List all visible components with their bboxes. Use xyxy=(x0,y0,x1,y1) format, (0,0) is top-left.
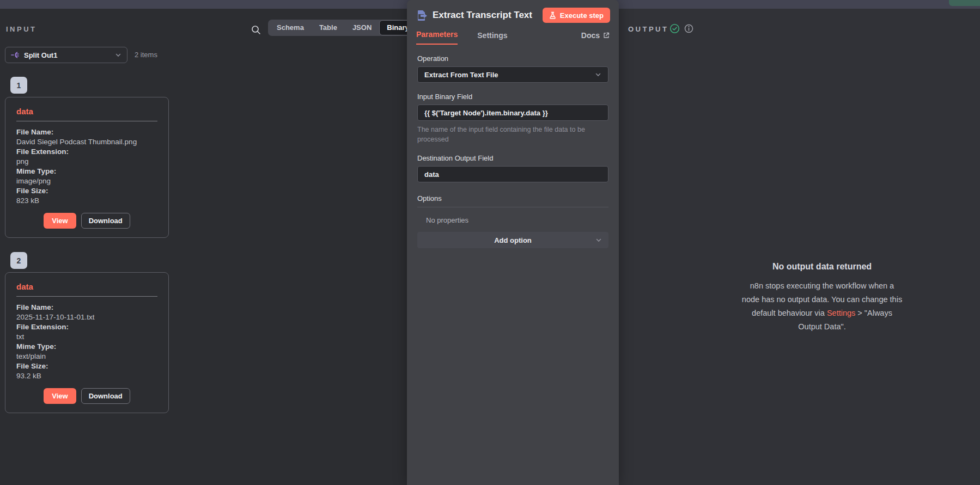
input-source-label: Split Out1 xyxy=(24,51,57,59)
output-panel xyxy=(619,9,980,485)
input-source-select[interactable]: Split Out1 xyxy=(5,47,127,63)
tab-json[interactable]: JSON xyxy=(345,20,379,35)
tab-settings[interactable]: Settings xyxy=(477,31,507,45)
file-meta-value: text/plain xyxy=(16,352,157,361)
file-meta-label: File Size: xyxy=(16,186,157,196)
node-settings-panel: Extract Transcript Text Execute step Par… xyxy=(407,0,619,485)
empty-state-title: No output data returned xyxy=(740,262,904,272)
file-meta-value: txt xyxy=(16,332,157,342)
destination-output-field-input[interactable]: data xyxy=(417,166,608,182)
view-button[interactable]: View xyxy=(44,388,76,404)
operation-select[interactable]: Extract From Text File xyxy=(417,66,608,83)
file-meta-label: Mime Type: xyxy=(16,342,157,352)
add-option-select[interactable]: Add option xyxy=(417,232,608,248)
destination-output-field-value: data xyxy=(424,170,439,179)
file-meta-label: File Extension: xyxy=(16,322,157,332)
view-button[interactable]: View xyxy=(44,213,76,229)
input-binary-field-label: Input Binary Field xyxy=(417,93,608,101)
tab-parameters[interactable]: Parameters xyxy=(416,30,458,45)
flask-icon xyxy=(549,11,556,19)
split-out-node-icon xyxy=(11,51,20,59)
divider xyxy=(16,121,157,121)
file-meta-value: png xyxy=(16,157,157,167)
ndv-modal: INPUT Split Out1 2 items Schema Table JS… xyxy=(0,0,980,485)
chevron-down-icon xyxy=(115,52,121,58)
binary-data-card: data File Name: 2025-11-17-10-11-01.txt … xyxy=(5,272,169,413)
add-option-label: Add option xyxy=(494,236,532,244)
chevron-down-icon xyxy=(595,71,601,78)
file-meta-value: image/png xyxy=(16,176,157,186)
settings-link[interactable]: Settings xyxy=(827,309,855,317)
data-view-tabs: Schema Table JSON Binary xyxy=(268,20,418,36)
node-title[interactable]: Extract Transcript Text xyxy=(433,10,532,21)
file-meta-label: File Size: xyxy=(16,361,157,371)
file-meta-label: Mime Type: xyxy=(16,167,157,176)
docs-label: Docs xyxy=(581,31,600,40)
search-icon[interactable] xyxy=(251,24,261,35)
divider xyxy=(16,296,157,297)
item-index-badge: 1 xyxy=(10,77,27,94)
file-meta-label: File Name: xyxy=(16,127,157,137)
info-icon[interactable] xyxy=(684,24,693,33)
binary-data-card: data File Name: David Siegel Podcast Thu… xyxy=(5,97,169,238)
input-panel-title: INPUT xyxy=(6,25,37,33)
input-binary-field-help: The name of the input field containing t… xyxy=(417,125,605,144)
input-binary-field-value: {{ $('Target Node').item.binary.data }} xyxy=(424,109,548,117)
background-canvas-element xyxy=(949,0,980,6)
binary-field-name: data xyxy=(16,107,157,116)
input-items-count: 2 items xyxy=(135,51,157,59)
binary-field-name: data xyxy=(16,282,157,291)
download-button[interactable]: Download xyxy=(81,388,130,404)
file-meta-value: 2025-11-17-10-11-01.txt xyxy=(16,312,157,322)
file-meta-value: 93.2 kB xyxy=(16,371,157,381)
execute-step-label: Execute step xyxy=(560,11,604,20)
operation-label: Operation xyxy=(417,54,608,63)
destination-output-field-label: Destination Output Field xyxy=(417,154,608,162)
extract-from-file-node-icon xyxy=(416,9,428,21)
docs-link[interactable]: Docs xyxy=(581,31,610,45)
success-check-icon xyxy=(669,23,680,34)
execute-step-button[interactable]: Execute step xyxy=(543,8,610,23)
options-label: Options xyxy=(417,194,608,207)
external-link-icon xyxy=(603,32,610,39)
output-panel-title: OUTPUT xyxy=(628,25,668,33)
operation-value: Extract From Text File xyxy=(424,71,498,79)
file-meta-value: David Siegel Podcast Thumbnail.png xyxy=(16,137,157,147)
input-panel xyxy=(0,9,407,485)
chevron-down-icon xyxy=(595,237,602,243)
output-empty-state: No output data returned n8n stops execut… xyxy=(740,262,904,334)
tab-schema[interactable]: Schema xyxy=(269,20,312,35)
empty-state-message: n8n stops executing the workflow when a … xyxy=(740,279,904,334)
download-button[interactable]: Download xyxy=(81,213,130,229)
options-empty-text: No properties xyxy=(426,216,608,224)
file-meta-value: 823 kB xyxy=(16,196,157,206)
file-meta-label: File Extension: xyxy=(16,147,157,157)
file-meta-label: File Name: xyxy=(16,303,157,312)
input-binary-field-input[interactable]: {{ $('Target Node').item.binary.data }} xyxy=(417,105,608,121)
tab-table[interactable]: Table xyxy=(312,20,345,35)
item-index-badge: 2 xyxy=(10,252,27,269)
